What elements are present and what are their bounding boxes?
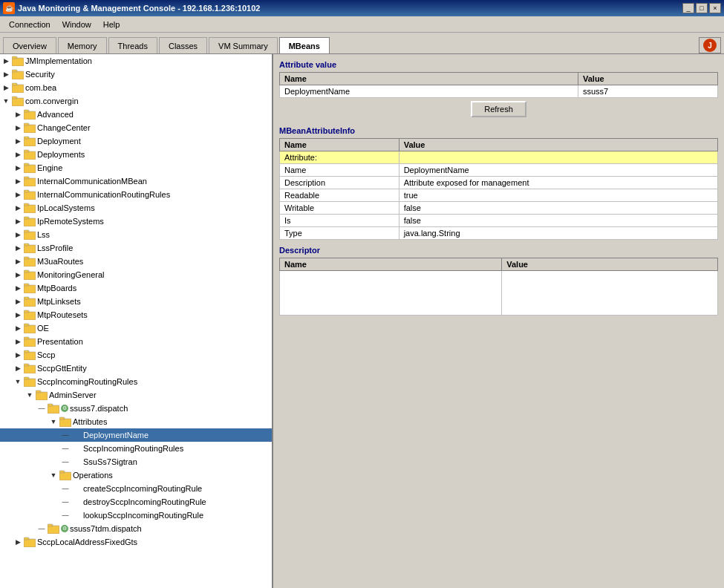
expand-icon[interactable]: ▶ [12, 295, 24, 307]
node-label: Advanced [37, 110, 74, 119]
tree-node-internalcommbean[interactable]: ▶InternalCommunicationMBean [0, 174, 272, 188]
svg-rect-49 [24, 364, 29, 366]
attribute-value-section: Attribute value Name Value DeploymentNam… [279, 60, 718, 120]
tree-node-sccpgtt[interactable]: ▶SccpGttEntity [0, 362, 272, 375]
tree-node-ssuss7tdm[interactable]: —⚙ssuss7tdm.dispatch [0, 522, 272, 535]
svg-rect-9 [12, 97, 17, 99]
tree-node-sccplocal[interactable]: ▶SccpLocalAddressFixedGts [0, 535, 272, 549]
tab-classes[interactable]: Classes [159, 37, 207, 53]
svg-rect-37 [24, 284, 29, 286]
expand-icon[interactable]: ▼ [24, 389, 36, 401]
folder-icon [12, 69, 24, 79]
tree-node-advanced[interactable]: ▶Advanced [0, 108, 272, 121]
tab-mbeans[interactable]: MBeans [279, 37, 330, 53]
node-label: M3uaRoutes [37, 257, 83, 266]
tree-node-deploymentname[interactable]: — DeploymentName [0, 428, 272, 442]
tree-node-sccpincomingroutingrules[interactable]: — SccpIncomingRoutingRules [0, 442, 272, 455]
expand-icon[interactable]: ▼ [48, 469, 59, 481]
expand-icon[interactable]: ▶ [0, 55, 12, 67]
tab-memory[interactable]: Memory [58, 37, 107, 53]
expand-icon[interactable]: ▶ [12, 255, 24, 267]
tree-node-attributes[interactable]: ▼Attributes [0, 415, 272, 428]
tree-node-sccp[interactable]: ▶Sccp [0, 348, 272, 362]
expand-icon[interactable]: ▶ [12, 322, 24, 334]
expand-icon[interactable]: ▶ [12, 162, 24, 174]
expand-icon[interactable]: ▶ [12, 108, 24, 120]
expand-icon[interactable]: ▶ [12, 202, 24, 214]
expand-icon[interactable]: ▶ [12, 215, 24, 227]
tree-node-engine[interactable]: ▶Engine [0, 161, 272, 174]
tree-node-lssprofile[interactable]: ▶LssProfile [0, 241, 272, 255]
expand-icon[interactable]: ▼ [48, 416, 59, 428]
expand-icon[interactable]: ▶ [12, 336, 24, 347]
svg-rect-27 [24, 217, 29, 219]
maximize-button[interactable]: □ [696, 3, 708, 13]
expand-icon[interactable]: ▼ [0, 95, 12, 107]
expand-icon[interactable]: ▶ [12, 269, 24, 281]
tree-node-lookupsccpincoming[interactable]: — lookupSccpIncomingRoutingRule [0, 509, 272, 522]
expand-icon: — [36, 523, 48, 535]
tab-overview[interactable]: Overview [3, 37, 56, 53]
tree-node-createsccpincoming[interactable]: — createSccpIncomingRoutingRule [0, 482, 272, 495]
expand-icon[interactable]: ▶ [12, 175, 24, 187]
expand-icon: — [59, 429, 71, 441]
refresh-button[interactable]: Refresh [471, 101, 526, 117]
svg-rect-59 [59, 471, 65, 473]
svg-rect-29 [24, 230, 29, 232]
expand-icon[interactable]: ▶ [12, 122, 24, 134]
tree-node-ipremote[interactable]: ▶IpRemoteSystems [0, 215, 272, 228]
mai-value: false [399, 202, 717, 215]
node-label: Presentation [37, 337, 83, 346]
expand-icon[interactable]: ▶ [12, 229, 24, 241]
tree-node-operations[interactable]: ▼Operations [0, 468, 272, 482]
svg-rect-13 [24, 123, 29, 125]
expand-icon[interactable]: ▶ [0, 68, 12, 80]
tree-node-security[interactable]: ▶Security [0, 68, 272, 81]
expand-icon[interactable]: ▶ [12, 189, 24, 200]
tree-node-internalcommrouting[interactable]: ▶InternalCommunicationRoutingRules [0, 188, 272, 201]
expand-icon[interactable]: ▶ [12, 309, 24, 321]
tab-vmsummary[interactable]: VM Summary [209, 37, 278, 53]
expand-icon[interactable]: ▶ [12, 349, 24, 361]
expand-icon[interactable]: ▶ [12, 282, 24, 294]
desc-header-value: Value [502, 258, 718, 271]
expand-icon[interactable]: ▶ [12, 362, 24, 374]
minimize-button[interactable]: _ [682, 3, 694, 13]
tree-node-comconvergin[interactable]: ▼com.convergin [0, 94, 272, 108]
expand-icon[interactable]: ▼ [12, 376, 24, 388]
node-label: Operations [73, 471, 113, 480]
tree-node-mongen[interactable]: ▶MonitoringGeneral [0, 268, 272, 281]
expand-icon[interactable]: ▶ [12, 135, 24, 147]
tree-node-deployment[interactable]: ▶Deployment [0, 134, 272, 148]
tree-node-ssuss7sigtran[interactable]: — SsuSs7Sigtran [0, 455, 272, 468]
tree-node-oe[interactable]: ▶OE [0, 321, 272, 335]
tree-node-changecenter[interactable]: ▶ChangeCenter [0, 121, 272, 134]
close-button[interactable]: × [709, 3, 721, 13]
tree-node-lss[interactable]: ▶Lss [0, 228, 272, 241]
expand-icon[interactable]: ▶ [12, 148, 24, 160]
expand-icon[interactable]: ▶ [0, 82, 12, 94]
folder-icon [24, 136, 36, 146]
tree-node-presentation[interactable]: ▶Presentation [0, 335, 272, 348]
expand-icon[interactable]: ▶ [12, 242, 24, 254]
tree-node-combea[interactable]: ▶com.bea [0, 81, 272, 94]
tree-node-destroysccpincoming[interactable]: — destroySccpIncomingRoutingRule [0, 495, 272, 509]
menu-help[interactable]: Help [97, 19, 126, 30]
desc-header-name: Name [280, 258, 502, 271]
tree-node-sccpincoming[interactable]: ▼SccpIncomingRoutingRules [0, 375, 272, 388]
tree-node-jmimpl[interactable]: ▶JMImplementation [0, 54, 272, 68]
tree-node-mtproutesets[interactable]: ▶MtpRoutesets [0, 308, 272, 321]
tree-node-adminserver[interactable]: ▼AdminServer [0, 388, 272, 402]
tree-node-mtplinksets[interactable]: ▶MtpLinksets [0, 295, 272, 308]
menu-connection[interactable]: Connection [3, 19, 56, 30]
svg-rect-25 [24, 203, 29, 206]
tree-node-m3ua[interactable]: ▶M3uaRoutes [0, 255, 272, 268]
expand-icon[interactable]: ▶ [12, 536, 24, 548]
tree-node-iplocal[interactable]: ▶IpLocalSystems [0, 201, 272, 215]
tree-node-ssuss7dispatch[interactable]: —⚙ssuss7.dispatch [0, 402, 272, 415]
tree-node-mtpboards[interactable]: ▶MtpBoards [0, 281, 272, 295]
node-label: Lss [37, 230, 50, 239]
tab-threads[interactable]: Threads [108, 37, 157, 53]
menu-window[interactable]: Window [56, 19, 97, 30]
tree-node-deployments[interactable]: ▶Deployments [0, 148, 272, 161]
